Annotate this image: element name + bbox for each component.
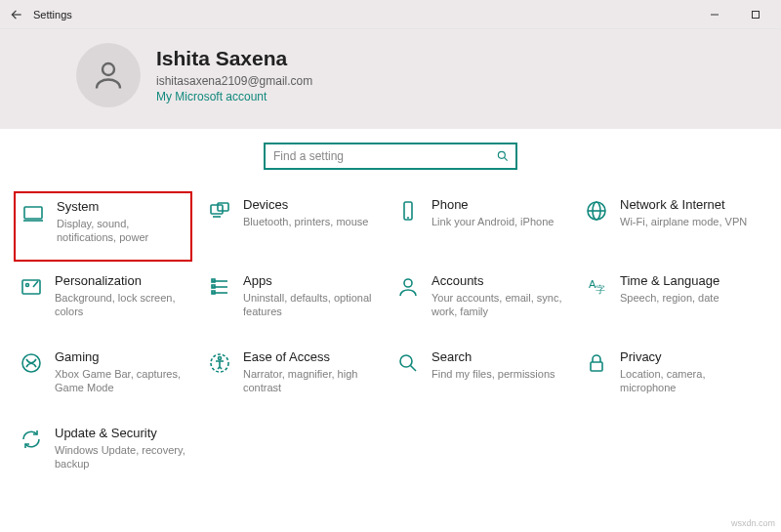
window-controls bbox=[701, 5, 775, 24]
tile-desc: Location, camera, microphone bbox=[620, 367, 752, 394]
tile-title: Update & Security bbox=[55, 426, 186, 441]
tile-title: Time & Language bbox=[620, 273, 719, 289]
tile-desc: Narrator, magnifier, high contrast bbox=[243, 367, 375, 394]
svg-rect-8 bbox=[211, 205, 223, 214]
categories-grid: System Display, sound, notifications, po… bbox=[0, 189, 781, 490]
search-row bbox=[0, 129, 781, 189]
tile-phone[interactable]: Phone Link your Android, iPhone bbox=[390, 191, 569, 262]
minimize-button[interactable] bbox=[701, 5, 728, 24]
tile-accounts[interactable]: Accounts Your accounts, email, sync, wor… bbox=[390, 267, 569, 338]
svg-line-31 bbox=[411, 366, 417, 372]
search-box[interactable] bbox=[264, 143, 517, 170]
svg-text:字: 字 bbox=[596, 284, 605, 295]
network-icon bbox=[583, 197, 610, 225]
tile-time-language[interactable]: A 字 Time & Language Speech, region, date bbox=[579, 267, 758, 338]
svg-point-4 bbox=[498, 151, 505, 158]
tile-title: System bbox=[57, 199, 185, 215]
tile-desc: Wi-Fi, airplane mode, VPN bbox=[620, 215, 747, 228]
tile-title: Network & Internet bbox=[620, 197, 747, 213]
tile-gaming[interactable]: Gaming Xbox Game Bar, captures, Game Mod… bbox=[14, 344, 192, 414]
svg-line-5 bbox=[504, 157, 507, 160]
accounts-icon bbox=[394, 273, 422, 301]
phone-icon bbox=[394, 197, 422, 225]
tile-update-security[interactable]: Update & Security Windows Update, recove… bbox=[14, 420, 192, 490]
tile-desc: Bluetooth, printers, mouse bbox=[243, 215, 368, 228]
tile-title: Devices bbox=[243, 197, 368, 213]
tile-title: Personalization bbox=[55, 273, 186, 289]
gaming-icon bbox=[18, 349, 45, 377]
svg-point-30 bbox=[400, 355, 412, 367]
tile-title: Phone bbox=[432, 197, 554, 213]
svg-point-29 bbox=[219, 357, 222, 360]
svg-rect-6 bbox=[24, 207, 42, 219]
time-language-icon: A 字 bbox=[583, 273, 610, 301]
user-header: Ishita Saxena ishitasaxena2109@gmail.com… bbox=[0, 29, 781, 129]
svg-rect-32 bbox=[591, 362, 602, 371]
tile-desc: Find my files, permissions bbox=[432, 367, 555, 381]
tile-title: Accounts bbox=[432, 273, 563, 289]
titlebar: Settings bbox=[0, 0, 781, 29]
tile-ease-of-access[interactable]: Ease of Access Narrator, magnifier, high… bbox=[202, 344, 381, 414]
window-title: Settings bbox=[33, 9, 72, 20]
search-icon bbox=[496, 149, 510, 163]
tile-privacy[interactable]: Privacy Location, camera, microphone bbox=[579, 344, 758, 414]
system-icon bbox=[20, 199, 47, 226]
svg-point-17 bbox=[26, 284, 29, 287]
tile-title: Ease of Access bbox=[243, 349, 375, 365]
avatar bbox=[76, 43, 141, 107]
personalization-icon bbox=[18, 273, 45, 301]
svg-point-24 bbox=[404, 279, 412, 287]
tile-desc: Your accounts, email, sync, work, family bbox=[432, 291, 563, 318]
tile-title: Privacy bbox=[620, 349, 752, 365]
microsoft-account-link[interactable]: My Microsoft account bbox=[156, 90, 312, 103]
tile-desc: Xbox Game Bar, captures, Game Mode bbox=[55, 367, 186, 394]
svg-point-3 bbox=[103, 63, 114, 75]
svg-rect-2 bbox=[753, 11, 760, 18]
tile-personalization[interactable]: Personalization Background, lock screen,… bbox=[14, 267, 192, 338]
ease-of-access-icon bbox=[206, 349, 233, 377]
search-tile-icon bbox=[394, 349, 422, 377]
user-name: Ishita Saxena bbox=[156, 47, 312, 70]
tile-title: Gaming bbox=[55, 349, 186, 365]
search-input[interactable] bbox=[273, 149, 496, 163]
tile-desc: Display, sound, notifications, power bbox=[57, 217, 185, 244]
devices-icon bbox=[206, 197, 233, 225]
tile-desc: Uninstall, defaults, optional features bbox=[243, 291, 375, 318]
maximize-button[interactable] bbox=[742, 5, 769, 24]
apps-icon bbox=[206, 273, 233, 301]
watermark: wsxdn.com bbox=[731, 518, 775, 528]
tile-title: Search bbox=[432, 349, 555, 365]
tile-desc: Windows Update, recovery, backup bbox=[55, 443, 186, 471]
tile-search[interactable]: Search Find my files, permissions bbox=[390, 344, 569, 414]
tile-devices[interactable]: Devices Bluetooth, printers, mouse bbox=[202, 191, 381, 262]
update-security-icon bbox=[18, 426, 45, 453]
tile-desc: Speech, region, date bbox=[620, 291, 719, 305]
tile-apps[interactable]: Apps Uninstall, defaults, optional featu… bbox=[202, 267, 381, 338]
tile-desc: Link your Android, iPhone bbox=[432, 215, 554, 228]
user-text: Ishita Saxena ishitasaxena2109@gmail.com… bbox=[156, 47, 312, 103]
user-email: ishitasaxena2109@gmail.com bbox=[156, 74, 312, 88]
privacy-icon bbox=[583, 349, 610, 377]
tile-network[interactable]: Network & Internet Wi-Fi, airplane mode,… bbox=[579, 191, 758, 262]
tile-desc: Background, lock screen, colors bbox=[55, 291, 186, 318]
back-button[interactable] bbox=[6, 4, 27, 25]
tile-system[interactable]: System Display, sound, notifications, po… bbox=[14, 191, 192, 262]
tile-title: Apps bbox=[243, 273, 375, 289]
